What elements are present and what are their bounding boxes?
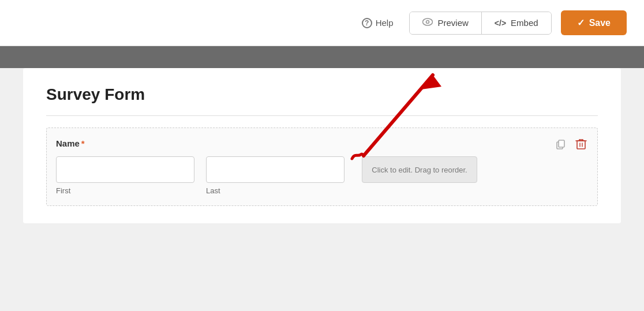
preview-button[interactable]: Preview (410, 12, 481, 34)
gray-bar (0, 46, 644, 68)
help-button[interactable]: ? Help (355, 13, 400, 33)
save-button[interactable]: ✓ Save (561, 10, 627, 35)
name-field-block: Name* (46, 128, 598, 206)
field-actions (552, 136, 589, 152)
required-star: * (81, 138, 85, 148)
svg-point-0 (423, 18, 433, 25)
last-name-input[interactable] (206, 156, 345, 183)
first-name-group: First (56, 156, 194, 195)
form-title: Survey Form (46, 85, 598, 104)
preview-icon (422, 18, 433, 28)
field-label: Name* (56, 138, 588, 148)
svg-point-1 (426, 20, 429, 23)
embed-icon: </> (495, 18, 506, 28)
click-to-edit-box[interactable]: Click to edit. Drag to reorder. (362, 156, 477, 183)
form-card: Survey Form Name* (23, 68, 621, 223)
save-check-icon: ✓ (577, 17, 585, 28)
field-inputs-row: First Last Click to edit. Drag to reorde… (56, 156, 588, 195)
help-label: Help (376, 18, 394, 28)
toolbar: ? Help Preview </> Embed ✓ Save (0, 0, 644, 46)
help-icon: ? (362, 18, 372, 28)
preview-embed-group: Preview </> Embed (409, 12, 551, 35)
embed-label: Embed (511, 18, 538, 28)
svg-rect-4 (577, 141, 585, 149)
first-name-input[interactable] (56, 156, 194, 183)
last-name-label: Last (206, 186, 345, 195)
svg-rect-3 (559, 140, 564, 147)
main-content: Survey Form Name* (0, 68, 644, 223)
delete-icon[interactable] (573, 136, 589, 152)
form-divider (46, 115, 598, 116)
first-name-label: First (56, 186, 194, 195)
duplicate-icon[interactable] (552, 136, 568, 152)
preview-label: Preview (437, 18, 468, 28)
last-name-group: Last (206, 156, 345, 195)
embed-button[interactable]: </> Embed (482, 12, 551, 34)
click-to-edit-text: Click to edit. Drag to reorder. (372, 166, 467, 174)
save-label: Save (589, 18, 611, 28)
